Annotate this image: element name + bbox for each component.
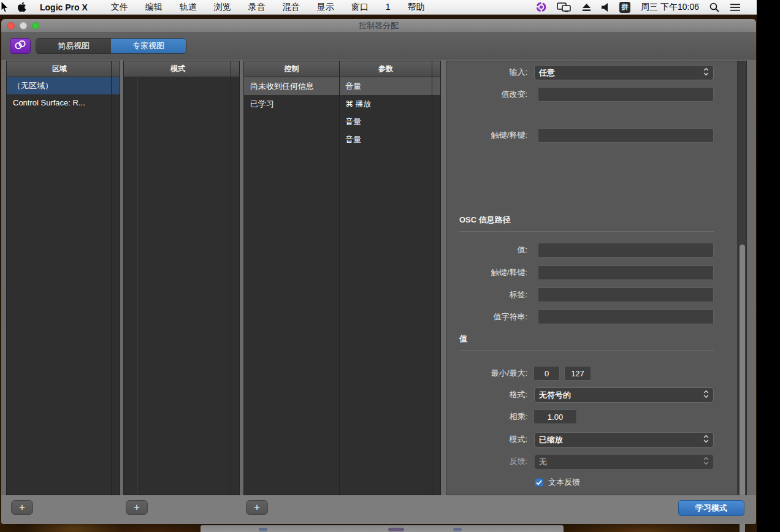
value-section-header: 值 (459, 333, 467, 344)
zone-header[interactable]: 区域 (7, 64, 112, 74)
max-value-field[interactable]: 127 (564, 366, 591, 381)
window-toolbar: 简易视图 专家视图 (1, 32, 756, 59)
menu-view[interactable]: 显示 (308, 2, 343, 13)
text-feedback-checkbox[interactable] (535, 478, 543, 487)
osc-tag-input[interactable] (538, 287, 714, 302)
menu-record[interactable]: 录音 (240, 2, 274, 13)
window-title-bar[interactable]: 控制器分配 (1, 19, 756, 32)
popup-chevrons-icon (703, 390, 709, 400)
add-assignment-button[interactable]: + (246, 500, 268, 515)
zone-row-control-surface[interactable]: Control Surface: R... (7, 94, 120, 112)
learn-mode-button[interactable]: 学习模式 (678, 500, 744, 516)
popup-chevrons-icon (703, 457, 709, 467)
zone-scrollbar[interactable] (111, 61, 120, 495)
multiply-field[interactable]: 1.00 (533, 409, 577, 424)
osc-section-separator (459, 231, 714, 232)
minimize-button[interactable] (20, 22, 27, 29)
menu-window[interactable]: 窗口 (343, 2, 377, 13)
menu-mix[interactable]: 混音 (274, 2, 308, 13)
assignment-inspector: 输入: 任意 值改变: 触键/释键: OSC 信息路径 值: 触键/释键: (446, 61, 738, 495)
add-zone-button[interactable]: + (11, 500, 33, 515)
control-scrollbar[interactable] (432, 61, 440, 495)
menu-track[interactable]: 轨道 (171, 2, 205, 13)
control-header[interactable]: 控制 (244, 64, 339, 74)
window-content: 区域 （无区域） Control Surface: R... 模式 控制 参数 … (1, 59, 756, 495)
control-panel: 控制 参数 尚未收到任何信息 音量 已学习 ⌘ 播放 音量 音量 (243, 61, 441, 495)
apple-logo-icon[interactable] (17, 2, 26, 12)
menu-items: 文件 编辑 轨道 浏览 录音 混音 显示 窗口 1 帮助 (102, 2, 434, 13)
assignment-row[interactable]: 音量 (244, 131, 440, 148)
menu-navigate[interactable]: 浏览 (205, 2, 240, 13)
notification-center-icon[interactable] (730, 3, 741, 12)
format-label: 格式: (446, 387, 527, 402)
input-popup[interactable]: 任意 (534, 65, 714, 80)
osc-value-string-label: 值字符串: (446, 310, 527, 324)
add-mode-button[interactable]: + (126, 500, 148, 515)
mode-panel: 模式 (123, 61, 240, 495)
link-mode-button[interactable] (10, 38, 31, 54)
feedback-popup: 无 (534, 454, 714, 469)
menu-file[interactable]: 文件 (102, 2, 137, 13)
osc-tag-label: 标签: (446, 287, 527, 302)
menu-edit[interactable]: 编辑 (137, 2, 171, 13)
screen-record-status-icon[interactable] (536, 2, 546, 12)
input-method-icon[interactable]: 拼 (619, 2, 630, 13)
mode-label: 模式: (446, 432, 527, 447)
value-change-input[interactable] (538, 87, 714, 102)
osc-value-string-input[interactable] (538, 310, 714, 324)
osc-touch-release-label: 触键/释键: (446, 265, 527, 280)
menu-help[interactable]: 帮助 (399, 2, 434, 13)
zone-panel: 区域 （无区域） Control Surface: R... (6, 61, 120, 495)
text-feedback-label: 文本反馈 (548, 477, 580, 488)
mode-column-divider (137, 77, 138, 495)
displays-status-icon[interactable] (557, 2, 572, 12)
input-label: 输入: (446, 65, 527, 80)
osc-section-header: OSC 信息路径 (459, 215, 511, 226)
touch-release-label: 触键/释键: (446, 128, 527, 143)
menu-clock[interactable]: 周三 下午10:06 (641, 2, 699, 13)
assignment-row[interactable]: 音量 (244, 113, 440, 131)
value-change-label: 值改变: (446, 87, 527, 102)
parameter-header[interactable]: 参数 (339, 64, 432, 74)
desktop: Logic Pro X 文件 编辑 轨道 浏览 录音 混音 显示 窗口 1 帮助 (0, 0, 757, 532)
assignment-row[interactable]: 尚未收到任何信息 音量 (244, 77, 440, 95)
zone-row-no-zone[interactable]: （无区域） (7, 77, 120, 94)
osc-value-input[interactable] (538, 243, 714, 257)
text-feedback-checkbox-row[interactable]: 文本反馈 (535, 477, 580, 487)
format-popup[interactable]: 无符号的 (534, 387, 714, 403)
minmax-label: 最小/最大: (446, 366, 527, 381)
mode-scrollbar[interactable] (231, 61, 239, 495)
background-window-button (259, 528, 267, 531)
inspector-scrollbar-thumb[interactable] (740, 245, 745, 532)
menu-app-name[interactable]: Logic Pro X (40, 2, 88, 12)
feedback-label: 反馈: (446, 454, 527, 469)
close-button[interactable] (7, 22, 15, 29)
link-icon (14, 40, 26, 52)
window-title: 控制器分配 (359, 20, 399, 31)
eject-icon[interactable] (582, 3, 591, 12)
volume-icon[interactable] (602, 3, 609, 12)
menu-bar: Logic Pro X 文件 编辑 轨道 浏览 录音 混音 显示 窗口 1 帮助 (0, 0, 757, 15)
mode-popup[interactable]: 已缩放 (534, 432, 714, 447)
tab-expert-view[interactable]: 专家视图 (111, 39, 186, 53)
popup-chevrons-icon (703, 435, 709, 445)
mode-header[interactable]: 模式 (124, 64, 232, 74)
background-window-edge (201, 525, 564, 532)
controller-assignments-window: 控制器分配 简易视图 专家视图 区域 （无区域） Control Surface… (1, 19, 756, 524)
background-window-button (388, 528, 404, 531)
assignment-row[interactable]: 已学习 ⌘ 播放 (244, 95, 440, 113)
min-value-field[interactable]: 0 (533, 366, 560, 381)
touch-release-input[interactable] (538, 128, 714, 143)
osc-touch-release-input[interactable] (538, 265, 714, 280)
inspector-scrollbar-track[interactable] (738, 61, 747, 495)
zoom-button[interactable] (32, 22, 39, 29)
popup-chevrons-icon (703, 67, 709, 78)
mouse-cursor (1, 1, 9, 15)
spotlight-search-icon[interactable] (709, 2, 719, 12)
window-bottom-bar: + + + 学习模式 (1, 495, 756, 524)
value-section-separator (459, 350, 714, 351)
background-window-button (453, 528, 462, 531)
menu-window-number[interactable]: 1 (377, 2, 399, 13)
multiply-label: 相乘: (446, 409, 527, 424)
tab-easy-view[interactable]: 简易视图 (36, 39, 111, 53)
